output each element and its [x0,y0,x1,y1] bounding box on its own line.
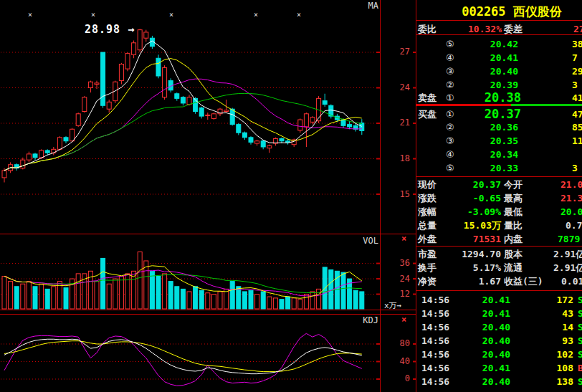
quote-row: 总量 15.03万 量比 0.7 [416,219,582,232]
financial-row: 换手 5.17% 流通 2.91亿 [416,261,582,274]
fin-label: 收益(三) [504,274,543,288]
quote-label: 最低 [504,205,523,219]
ask-volume: 7 [572,51,578,64]
financial-row: 净资 1.67 收益(三) 0.01 [416,274,582,288]
ask-volume: 29 [572,64,582,78]
vol-unit-label: x万→ [384,302,401,310]
fin-label: 流通 [504,261,523,274]
tick-price: 20.41 [439,361,510,375]
fin-value: 1294.70 [437,247,501,261]
quote-value: 71531 [437,232,501,246]
ask-level-row[interactable]: ④ 20.41 7 [416,51,582,64]
candlestick-pane[interactable] [0,0,380,234]
fin-value: 0.01 [561,274,582,288]
tick-volume: 172 [502,293,573,307]
weicha-value: 27 [573,22,582,36]
tick-volume: 108 [502,361,573,375]
quote-panel: 002265 西仪股份 委比 10.32% 委差 27 ⑤ 20.42 38 ④… [416,0,582,392]
annotation-value: 28.98 [85,23,120,36]
price-axis-tick: 18 [393,154,410,163]
tick-row: 14:56 20.40 87 S [416,388,582,392]
quote-value: 7879 [558,232,580,246]
weibi-row: 委比 10.32% 委差 27 [416,22,582,36]
bid-price: 20.33 [447,161,518,175]
close-vol-pane-icon[interactable]: × [401,234,406,243]
quote-label: 最高 [504,191,523,205]
bid-level-row[interactable]: ② 20.36 85 [416,120,582,134]
quote-label: 内盘 [504,232,523,246]
quote-label: 今开 [504,178,523,191]
weicha-label: 委差 [504,22,523,36]
tick-side: S [578,320,582,334]
bid-label: 买盘 [418,107,436,121]
ask-level-row[interactable]: ⑤ 20.42 38 [416,37,582,51]
bid-level-row[interactable]: ④ 20.34 [416,148,582,161]
bid-price: 20.34 [447,148,518,161]
tick-price: 20.40 [439,375,510,388]
ma-indicator-label: MA [361,1,378,10]
bid-1-row[interactable]: 买盘 ① 20.37 47 [416,107,582,121]
quote-value: -3.09% [437,205,501,219]
quote-label: 涨幅 [418,205,436,219]
quote-label: 现价 [418,178,436,191]
tick-side: S [578,348,582,361]
quote-value: 20.0 [560,205,582,219]
vol-axis-tick: 24 [393,274,410,283]
ask-label: 卖盘 [418,91,436,105]
ask-price: 20.40 [447,64,518,78]
tick-row: 14:56 20.40 138 S [416,375,582,388]
ask-volume: 41 [572,91,582,105]
ask-price: 20.42 [447,37,518,51]
fin-value: 2.91亿 [553,261,582,274]
fin-value: 5.17% [437,261,501,274]
ask-volume: 38 [572,37,582,51]
price-axis-tick: 24 [393,83,410,92]
fin-label: 股本 [504,247,523,261]
bid-level-row[interactable]: ③ 20.35 11 [416,134,582,148]
price-annotation: 28.98 → [85,24,135,35]
fin-label: 换手 [418,261,436,274]
bid-volume: 47 [572,107,582,121]
quote-label: 总量 [418,219,436,232]
tick-volume: 93 [502,334,573,348]
ask-1-row[interactable]: 卖盘 ① 20.38 41 [416,91,582,105]
weibi-value: 10.32% [444,22,502,36]
close-kdj-pane-icon[interactable]: × [401,315,406,324]
tick-row: 14:56 20.41 172 S [416,293,582,307]
fin-value: 1.67 [437,274,501,288]
tick-price: 20.40 [439,348,510,361]
tick-side: S [578,293,582,307]
bid-price: 20.36 [447,120,518,134]
tick-row: 14:56 20.41 43 S [416,307,582,320]
bid-price: 20.37 [447,107,521,121]
kdj-axis-tick: 40 [393,357,410,365]
vol-axis-tick: 12 [393,290,410,298]
tick-row: 14:56 20.41 108 B [416,361,582,375]
quote-label: 量比 [504,219,523,232]
quote-row: 外盘 71531 内盘 7879 [416,232,582,246]
ask-level-row[interactable]: ③ 20.40 29 [416,64,582,78]
tick-price: 20.40 [439,388,510,392]
ask-price: 20.38 [447,91,521,105]
trading-terminal: ××××× 28.98 → MA VOL KDJ 27 24 21 18 15 … [0,0,582,392]
weibi-label: 委比 [418,22,436,36]
price-axis-tick: 21 [393,118,410,127]
volume-pane[interactable] [0,234,380,314]
stock-title: 002265 西仪股份 [416,4,582,20]
quote-label: 外盘 [418,232,436,246]
kdj-pane[interactable] [0,314,380,392]
quote-value: 21.0 [560,178,582,191]
tick-row: 14:56 20.40 102 S [416,348,582,361]
quote-row: 涨幅 -3.09% 最低 20.0 [416,205,582,219]
tick-side: S [578,334,582,348]
kdj-axis-tick: 80 [393,339,410,348]
bid-volume: 11 [572,134,582,148]
tick-price: 20.40 [439,320,510,334]
price-axis-tick: 15 [393,190,410,199]
quote-value: 21.3 [560,191,582,205]
bid-level-row[interactable]: ⑤ 20.33 3 [416,161,582,175]
kdj-axis-tick: 0 [393,374,410,383]
quote-value: 20.37 [437,178,501,191]
tick-volume: 14 [502,320,573,334]
tick-side: S [578,388,582,392]
